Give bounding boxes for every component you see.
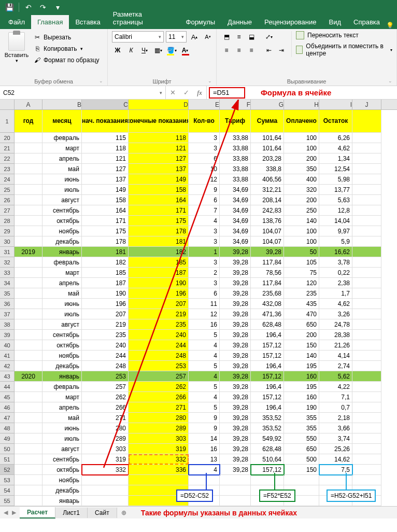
cell[interactable]: 187 (129, 268, 189, 278)
cell[interactable]: 187 (82, 278, 129, 288)
cell[interactable] (220, 485, 251, 496)
cell[interactable]: март (42, 143, 82, 153)
cell[interactable]: 3,26 (319, 309, 352, 319)
cell[interactable]: 336 (129, 465, 189, 475)
redo-icon[interactable]: ↷ (37, 1, 49, 13)
cell[interactable]: 39,28 (220, 433, 251, 444)
cell[interactable]: сентябрь (42, 454, 82, 465)
row-header[interactable]: 21 (0, 143, 15, 153)
cell[interactable]: 39,28 (220, 340, 251, 351)
cell[interactable]: 34,69 (220, 195, 251, 205)
cell[interactable]: 34,69 (220, 216, 251, 226)
cell[interactable]: 266 (82, 402, 129, 413)
cell[interactable] (15, 153, 42, 164)
cell[interactable]: 7,1 (319, 392, 352, 402)
cell[interactable]: 13,77 (319, 185, 352, 195)
row-header[interactable]: 41 (0, 351, 15, 361)
cell[interactable]: февраль (42, 382, 82, 392)
cell[interactable]: 195 (284, 361, 319, 371)
cell[interactable]: 5 (189, 330, 220, 340)
cell[interactable] (15, 236, 42, 247)
col-header[interactable]: C (82, 100, 129, 109)
cell[interactable]: декабрь (42, 236, 82, 247)
row-header[interactable]: 49 (0, 433, 15, 444)
cell[interactable]: 50 (284, 247, 319, 257)
row-header[interactable]: 40 (0, 340, 15, 351)
cell[interactable]: 149 (82, 185, 129, 195)
cell[interactable]: 12,54 (319, 164, 352, 174)
cell[interactable]: 39,28 (220, 413, 251, 423)
cell[interactable]: 650 (284, 319, 319, 330)
cell[interactable]: 7 (189, 205, 220, 216)
cell[interactable]: 33,88 (220, 143, 251, 153)
cell[interactable]: 200 (284, 330, 319, 340)
name-box[interactable]: C52▾ (0, 86, 166, 99)
cell[interactable] (352, 236, 381, 247)
cell[interactable]: 100 (284, 226, 319, 236)
tab-page-layout[interactable]: Разметка страницы (107, 7, 180, 29)
cell[interactable]: 24,78 (319, 319, 352, 330)
cell[interactable]: 3 (189, 133, 220, 143)
cell[interactable] (352, 361, 381, 371)
cell[interactable]: 1,7 (319, 288, 352, 299)
border-button[interactable]: ▦▾ (152, 45, 164, 56)
cell[interactable] (352, 475, 381, 485)
cell[interactable]: 2,74 (319, 361, 352, 371)
cell[interactable]: 196 (82, 299, 129, 309)
cell[interactable]: 628,48 (251, 319, 284, 330)
row-header[interactable]: 45 (0, 392, 15, 402)
cell[interactable]: 240 (82, 340, 129, 351)
cell[interactable]: 39,28 (220, 402, 251, 413)
cell[interactable]: июль (42, 185, 82, 195)
cell[interactable]: 149 (129, 174, 189, 185)
cell[interactable] (352, 351, 381, 361)
cell[interactable]: 2,38 (319, 278, 352, 288)
cell[interactable]: 117,84 (251, 278, 284, 288)
cell[interactable]: 185 (129, 257, 189, 268)
cell[interactable]: 3,78 (319, 257, 352, 268)
cell[interactable]: 6 (189, 153, 220, 164)
row-header[interactable]: 46 (0, 402, 15, 413)
cell[interactable]: 39,28 (220, 423, 251, 433)
cell[interactable]: 100 (284, 133, 319, 143)
cell[interactable] (352, 278, 381, 288)
cell[interactable]: 2020 (15, 371, 42, 382)
row-header[interactable]: 29 (0, 226, 15, 236)
cell[interactable]: март (42, 392, 82, 402)
cell[interactable]: 127 (82, 164, 129, 174)
cell[interactable] (15, 257, 42, 268)
cell[interactable]: 4 (189, 371, 220, 382)
cut-button[interactable]: ✂Вырезать (31, 32, 102, 43)
cell[interactable]: 157,12 (251, 371, 284, 382)
cell[interactable]: 182 (82, 257, 129, 268)
cell[interactable]: 39,28 (220, 444, 251, 454)
cell[interactable] (352, 413, 381, 423)
cell[interactable]: 121 (82, 153, 129, 164)
cell[interactable] (352, 133, 381, 143)
tell-me-icon[interactable]: 💡 (386, 22, 394, 29)
cell[interactable]: июнь (42, 423, 82, 433)
cell[interactable]: 164 (129, 195, 189, 205)
cell[interactable]: 14,04 (319, 216, 352, 226)
cell[interactable]: 2 (189, 268, 220, 278)
cell[interactable]: август (42, 195, 82, 205)
cell[interactable]: 118 (82, 143, 129, 153)
col-header[interactable]: B (42, 100, 82, 109)
cell[interactable]: 235 (129, 319, 189, 330)
row-header[interactable]: 30 (0, 236, 15, 247)
cell[interactable]: 100 (284, 143, 319, 153)
cell[interactable]: январь (42, 496, 82, 506)
cell[interactable]: 208,14 (251, 195, 284, 205)
cell[interactable]: 171 (129, 205, 189, 216)
col-header[interactable]: D (129, 100, 189, 109)
font-size-combo[interactable]: 11▾ (166, 31, 187, 43)
cell[interactable]: 3,74 (319, 433, 352, 444)
cell[interactable] (220, 496, 251, 506)
cell[interactable] (352, 195, 381, 205)
cell[interactable] (15, 340, 42, 351)
cell[interactable]: 242,83 (251, 205, 284, 216)
cell[interactable]: 34,69 (220, 205, 251, 216)
cell[interactable] (15, 330, 42, 340)
cell[interactable]: 157,12 (251, 392, 284, 402)
cell[interactable]: 39,28 (220, 319, 251, 330)
